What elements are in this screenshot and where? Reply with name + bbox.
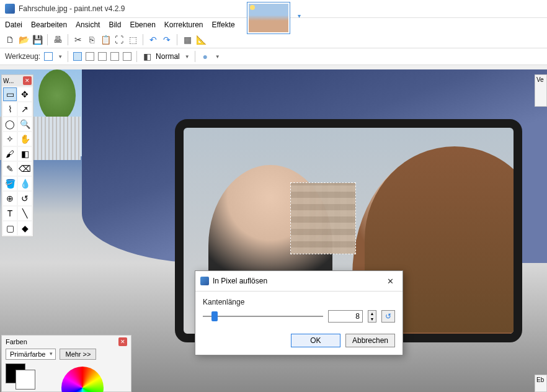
menu-layers[interactable]: Ebenen [130,20,155,29]
menu-edit[interactable]: Bearbeiten [31,20,67,29]
separator [68,51,68,62]
history-panel[interactable]: Ve [535,74,547,107]
gradient-tool-icon[interactable]: ◧ [18,147,32,161]
colors-panel-title: Farben [6,338,27,345]
selection-xor-icon[interactable] [123,52,131,61]
tools-panel-title: W... [3,78,14,84]
spinner[interactable]: ▲ ▼ [368,310,376,323]
print-icon[interactable]: 🖶 [53,35,63,45]
main-toolbar: 🗋 📂 💾 🖶 ✂ ⎘ 📋 ⛶ ⬚ ↶ ↷ ▦ 📐 [0,32,547,48]
move-selection-tool-icon[interactable]: ↗ [18,102,32,116]
edge-length-label: Kantenlänge [203,298,395,306]
separator [47,34,48,45]
tool-label: Werkzeug: [5,52,40,61]
menu-file[interactable]: Datei [5,20,22,29]
secondary-color-swatch[interactable] [16,370,35,390]
cut-icon[interactable]: ✂ [73,35,83,45]
image-thumbnail[interactable] [247,2,290,34]
slider-thumb[interactable] [211,311,218,321]
grid-icon[interactable]: ▦ [182,35,192,45]
close-icon[interactable]: ✕ [118,337,127,346]
ruler-icon[interactable]: 📐 [196,35,206,45]
selection-replace-icon[interactable] [73,52,82,61]
shapes-tool-icon[interactable]: ◆ [18,221,32,235]
separator [136,51,137,62]
history-panel-title: Ve [536,76,544,83]
selection-subtract-icon[interactable] [98,52,107,61]
lasso-tool-icon[interactable]: ⌇ [3,102,17,116]
separator [177,34,177,45]
spin-down-icon[interactable]: ▼ [368,316,376,322]
ellipse-select-tool-icon[interactable]: ◯ [3,117,17,131]
layers-panel-title: Eb [536,376,544,383]
undo-icon[interactable]: ↶ [148,35,158,45]
menu-view[interactable]: Ansicht [76,20,100,29]
magic-wand-tool-icon[interactable]: ✧ [3,132,17,146]
paste-icon[interactable]: 📋 [100,35,110,45]
menu-adjust[interactable]: Korrekturen [164,20,203,29]
rect-shape-tool-icon[interactable]: ▢ [3,221,17,235]
chevron-down-icon[interactable]: ▼ [215,54,220,60]
reset-button[interactable]: ↺ [381,310,395,323]
pixelate-preview [291,183,355,254]
chevron-down-icon[interactable]: ▼ [185,54,190,60]
blend-mode-label[interactable]: Normal [156,52,180,61]
ok-button[interactable]: OK [291,334,340,347]
zoom-tool-icon[interactable]: 🔍 [18,117,32,131]
recolor-tool-icon[interactable]: ↺ [18,192,32,205]
eraser-tool-icon[interactable]: ⌫ [18,162,32,176]
menu-effects[interactable]: Effekte [212,20,235,29]
line-tool-icon[interactable]: ╲ [18,207,32,220]
crop-icon[interactable]: ⛶ [114,35,124,45]
new-icon[interactable]: 🗋 [5,35,15,45]
antialias-icon[interactable]: ● [200,51,210,61]
bucket-tool-icon[interactable]: 🪣 [3,177,17,190]
close-icon[interactable]: ✕ [383,275,398,287]
tools-panel: W... ✕ ▭ ✥ ⌇ ↗ ◯ 🔍 ✧ ✋ 🖌 ◧ ✎ ⌫ 🪣 💧 ⊕ ↺ T… [1,74,33,237]
copy-icon[interactable]: ⎘ [87,35,97,45]
move-tool-icon[interactable]: ✥ [18,87,32,101]
edge-length-input[interactable] [328,310,363,323]
current-tool-icon[interactable] [44,52,53,61]
pan-tool-icon[interactable]: ✋ [18,132,32,146]
app-icon [5,4,15,14]
selection-add-icon[interactable] [86,52,94,61]
dialog-title: In Pixel auflösen [213,277,267,285]
close-icon[interactable]: ✕ [23,76,32,85]
deselect-icon[interactable]: ⬚ [128,35,138,45]
menu-image[interactable]: Bild [109,20,121,29]
redo-icon[interactable]: ↷ [162,35,172,45]
separator [143,34,143,45]
spin-up-icon[interactable]: ▲ [368,311,376,316]
separator [195,51,195,62]
cancel-button[interactable]: Abbrechen [345,334,395,347]
paintbrush-tool-icon[interactable]: 🖌 [3,147,17,161]
thumbnail-menu-icon[interactable]: ▾ [298,12,301,19]
tool-options-bar: Werkzeug: ▼ ◧ Normal ▼ ● ▼ [0,48,547,65]
selection-marquee[interactable] [290,182,356,254]
color-picker-tool-icon[interactable]: 💧 [18,177,32,190]
window-title: Fahrschule.jpg - paint.net v4.2.9 [19,4,125,13]
layers-panel[interactable]: Eb [535,375,547,392]
pixelate-dialog: In Pixel auflösen ✕ Kantenlänge ▲ ▼ ↺ OK… [195,270,403,355]
text-tool-icon[interactable]: T [3,207,17,220]
blend-icon[interactable]: ◧ [142,51,152,61]
more-button[interactable]: Mehr >> [60,349,96,360]
color-mode-combo[interactable]: Primärfarbe [6,349,56,360]
separator [68,34,68,45]
chevron-down-icon[interactable]: ▼ [58,54,63,60]
open-icon[interactable]: 📂 [19,35,29,45]
dialog-icon [200,277,209,285]
clone-tool-icon[interactable]: ⊕ [3,192,17,205]
selection-intersect-icon[interactable] [110,52,119,61]
edge-length-slider[interactable] [203,310,323,323]
save-icon[interactable]: 💾 [32,35,42,45]
pencil-tool-icon[interactable]: ✎ [3,162,17,176]
colors-panel: Farben ✕ Primärfarbe Mehr >> [1,335,131,392]
rect-select-tool-icon[interactable]: ▭ [3,87,17,101]
